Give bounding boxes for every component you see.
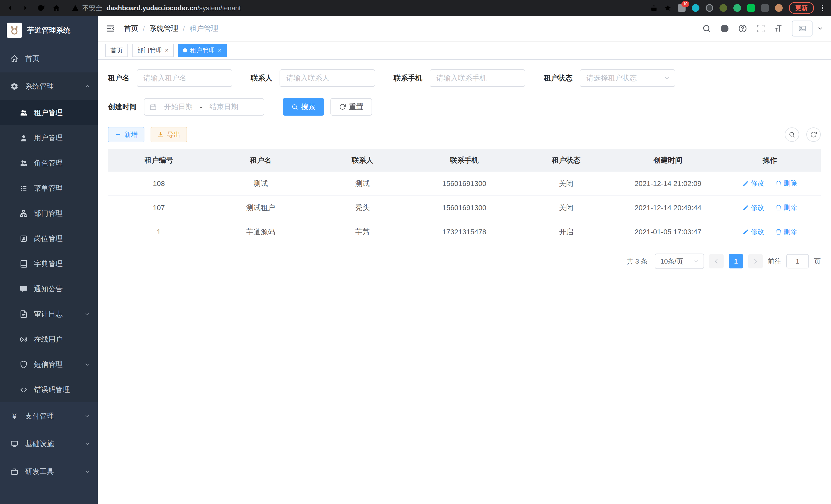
close-icon[interactable]: × bbox=[218, 47, 222, 53]
fullscreen-icon[interactable] bbox=[756, 24, 765, 33]
extension-icon-6[interactable] bbox=[747, 4, 755, 12]
user-icon bbox=[20, 134, 28, 142]
extension-icon-4[interactable] bbox=[719, 4, 727, 12]
date-range-picker[interactable]: - bbox=[144, 98, 264, 116]
col-header-actions: 操作 bbox=[719, 149, 821, 172]
browser-forward-icon[interactable] bbox=[22, 4, 29, 12]
bookmark-star-icon[interactable] bbox=[664, 4, 672, 12]
avatar-caret-icon[interactable] bbox=[817, 25, 823, 32]
avatar[interactable] bbox=[792, 21, 812, 36]
extension-icon-5[interactable] bbox=[733, 4, 741, 12]
tab-home[interactable]: 首页 bbox=[105, 44, 128, 57]
col-header-id: 租户编号 bbox=[108, 149, 210, 172]
browser-reload-icon[interactable] bbox=[37, 4, 45, 12]
breadcrumb-home[interactable]: 首页 bbox=[124, 24, 138, 33]
reset-button[interactable]: 重置 bbox=[331, 98, 372, 116]
search-icon bbox=[789, 131, 795, 138]
sidebar-item-post[interactable]: 岗位管理 bbox=[0, 226, 98, 251]
next-page-button[interactable] bbox=[748, 254, 763, 268]
extension-icon-3[interactable] bbox=[706, 4, 713, 12]
close-icon[interactable]: × bbox=[165, 47, 169, 53]
date-end-input[interactable] bbox=[205, 103, 243, 111]
home-icon bbox=[10, 55, 19, 63]
sidebar-item-sms[interactable]: 短信管理 bbox=[0, 352, 98, 377]
toggle-search-button[interactable] bbox=[785, 127, 799, 142]
help-icon[interactable] bbox=[738, 24, 747, 33]
tenant-table: 租户编号 租户名 联系人 联系手机 租户状态 创建时间 操作 108 测试 测试 bbox=[108, 149, 821, 244]
system-submenu: 租户管理 用户管理 角色管理 菜单管理 部门管理 岗位管理 bbox=[0, 100, 98, 402]
url-domain: dashboard.yudao.iocoder.cn bbox=[106, 4, 197, 12]
tenant-name-label: 租户名 bbox=[108, 73, 130, 83]
edit-link[interactable]: 修改 bbox=[743, 203, 764, 212]
book-icon bbox=[20, 260, 28, 268]
browser-back-icon[interactable] bbox=[6, 4, 14, 12]
address-bar[interactable]: 不安全 dashboard.yudao.iocoder.cn/system/te… bbox=[64, 4, 646, 12]
date-start-input[interactable] bbox=[159, 103, 197, 111]
download-icon bbox=[157, 131, 164, 138]
sidebar-item-error-code[interactable]: 错误码管理 bbox=[0, 377, 98, 402]
logo-title: 芋道管理系统 bbox=[27, 25, 70, 35]
export-button[interactable]: 导出 bbox=[150, 127, 187, 142]
mobile-input[interactable] bbox=[430, 69, 525, 87]
page-number-button[interactable]: 1 bbox=[729, 254, 743, 268]
extension-icon-2[interactable] bbox=[692, 4, 699, 12]
edit-link[interactable]: 修改 bbox=[743, 227, 764, 236]
sidebar-item-infra[interactable]: 基础设施 bbox=[0, 430, 98, 458]
github-icon[interactable] bbox=[720, 24, 729, 33]
sidebar-item-devtools[interactable]: 研发工具 bbox=[0, 458, 98, 485]
delete-link[interactable]: 删除 bbox=[775, 203, 797, 212]
sidebar-item-dict[interactable]: 字典管理 bbox=[0, 251, 98, 276]
total-count: 共 3 条 bbox=[627, 257, 648, 266]
tab-dept[interactable]: 部门管理 × bbox=[132, 44, 174, 57]
extension-icon-1[interactable]: 10 bbox=[678, 4, 686, 12]
sidebar-item-home[interactable]: 首页 bbox=[0, 45, 98, 72]
logo-image bbox=[7, 23, 22, 38]
search-icon bbox=[291, 103, 298, 110]
yen-icon: ¥ bbox=[10, 412, 19, 420]
contact-input[interactable] bbox=[280, 69, 375, 87]
sidebar-item-online-user[interactable]: 在线用户 bbox=[0, 327, 98, 352]
chevron-down-icon bbox=[663, 75, 670, 82]
search-icon[interactable] bbox=[702, 24, 711, 33]
chevron-down-icon bbox=[693, 258, 699, 264]
sidebar-item-user[interactable]: 用户管理 bbox=[0, 125, 98, 151]
breadcrumb-system[interactable]: 系统管理 bbox=[149, 24, 178, 33]
prev-page-button[interactable] bbox=[709, 254, 724, 268]
add-button[interactable]: 新增 bbox=[108, 127, 144, 142]
calendar-icon bbox=[149, 103, 157, 111]
sidebar-item-role[interactable]: 角色管理 bbox=[0, 151, 98, 176]
browser-profile-avatar[interactable] bbox=[775, 4, 783, 12]
delete-link[interactable]: 删除 bbox=[775, 227, 797, 236]
sidebar-fold-icon[interactable] bbox=[105, 23, 116, 34]
delete-link[interactable]: 删除 bbox=[775, 179, 797, 188]
browser-home-icon[interactable] bbox=[52, 4, 60, 12]
sidebar-item-audit-log[interactable]: 审计日志 bbox=[0, 302, 98, 327]
sidebar-item-notice[interactable]: 通知公告 bbox=[0, 276, 98, 302]
extension-puzzle-icon[interactable] bbox=[761, 4, 769, 12]
share-icon[interactable] bbox=[650, 4, 658, 12]
status-select[interactable]: 请选择租户状态 bbox=[580, 69, 675, 87]
browser-menu-icon[interactable] bbox=[820, 5, 825, 11]
contact-label: 联系人 bbox=[251, 73, 273, 83]
sidebar-item-pay[interactable]: ¥ 支付管理 bbox=[0, 402, 98, 430]
chrome-update-button[interactable]: 更新 bbox=[789, 2, 814, 14]
trash-icon bbox=[775, 229, 782, 235]
chevron-left-icon bbox=[713, 258, 720, 265]
refresh-table-button[interactable] bbox=[806, 127, 821, 142]
font-size-icon[interactable] bbox=[774, 24, 783, 33]
tab-tenant[interactable]: 租户管理 × bbox=[178, 44, 227, 57]
sidebar-item-menu[interactable]: 菜单管理 bbox=[0, 176, 98, 201]
logo[interactable]: 芋道管理系统 bbox=[0, 16, 98, 45]
goto-page-input[interactable] bbox=[786, 254, 809, 268]
tenant-name-input[interactable] bbox=[137, 69, 232, 87]
broadcast-icon bbox=[20, 335, 28, 344]
sidebar-item-system[interactable]: 系统管理 bbox=[0, 72, 98, 100]
role-icon bbox=[20, 159, 28, 167]
search-button[interactable]: 搜索 bbox=[283, 98, 324, 116]
page-size-select[interactable]: 10条/页 bbox=[655, 254, 704, 269]
sidebar-item-dept[interactable]: 部门管理 bbox=[0, 201, 98, 226]
edit-link[interactable]: 修改 bbox=[743, 179, 764, 188]
breadcrumb: 首页 / 系统管理 / 租户管理 bbox=[124, 24, 219, 33]
edit-icon bbox=[743, 229, 749, 235]
sidebar-item-tenant[interactable]: 租户管理 bbox=[0, 100, 98, 125]
